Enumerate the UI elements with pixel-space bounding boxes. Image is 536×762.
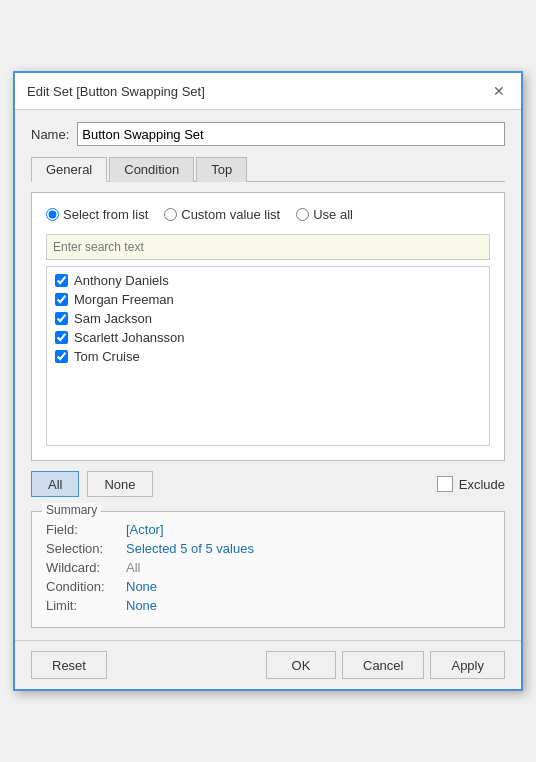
summary-legend: Summary <box>42 503 101 517</box>
wildcard-value: All <box>126 560 140 575</box>
dialog-title: Edit Set [Button Swapping Set] <box>27 84 205 99</box>
tab-condition[interactable]: Condition <box>109 157 194 182</box>
summary-box: Summary Field: [Actor] Selection: Select… <box>31 511 505 628</box>
field-value: [Actor] <box>126 522 164 537</box>
name-row: Name: <box>31 122 505 146</box>
cancel-button[interactable]: Cancel <box>342 651 424 679</box>
list-item[interactable]: Morgan Freeman <box>47 290 489 309</box>
radio-custom-value-list[interactable]: Custom value list <box>164 207 280 222</box>
close-button[interactable]: ✕ <box>489 81 509 101</box>
tabs-bar: General Condition Top <box>31 156 505 182</box>
reset-button[interactable]: Reset <box>31 651 107 679</box>
summary-wildcard-row: Wildcard: All <box>46 560 490 575</box>
selection-key: Selection: <box>46 541 126 556</box>
name-label: Name: <box>31 127 69 142</box>
condition-value: None <box>126 579 157 594</box>
dialog-body: Name: General Condition Top Select from … <box>15 110 521 640</box>
wildcard-key: Wildcard: <box>46 560 126 575</box>
field-key: Field: <box>46 522 126 537</box>
dialog-window: Edit Set [Button Swapping Set] ✕ Name: G… <box>13 71 523 691</box>
selection-value: Selected 5 of 5 values <box>126 541 254 556</box>
exclude-checkbox[interactable] <box>437 476 453 492</box>
radio-use-all[interactable]: Use all <box>296 207 353 222</box>
title-bar: Edit Set [Button Swapping Set] ✕ <box>15 73 521 110</box>
apply-button[interactable]: Apply <box>430 651 505 679</box>
list-item[interactable]: Sam Jackson <box>47 309 489 328</box>
content-panel: Select from list Custom value list Use a… <box>31 192 505 461</box>
all-none-row: All None Exclude <box>31 471 505 497</box>
summary-selection-row: Selection: Selected 5 of 5 values <box>46 541 490 556</box>
none-button[interactable]: None <box>87 471 152 497</box>
footer-buttons: Reset OK Cancel Apply <box>15 640 521 689</box>
all-button[interactable]: All <box>31 471 79 497</box>
exclude-label: Exclude <box>459 477 505 492</box>
summary-condition-row: Condition: None <box>46 579 490 594</box>
list-item[interactable]: Tom Cruise <box>47 347 489 366</box>
name-input[interactable] <box>77 122 505 146</box>
radio-select-from-list[interactable]: Select from list <box>46 207 148 222</box>
ok-button[interactable]: OK <box>266 651 336 679</box>
limit-value: None <box>126 598 157 613</box>
tab-general[interactable]: General <box>31 157 107 182</box>
exclude-area: Exclude <box>437 476 505 492</box>
radio-row: Select from list Custom value list Use a… <box>46 207 490 222</box>
list-container[interactable]: Anthony Daniels Morgan Freeman Sam Jacks… <box>46 266 490 446</box>
list-item[interactable]: Anthony Daniels <box>47 271 489 290</box>
tab-top[interactable]: Top <box>196 157 247 182</box>
summary-limit-row: Limit: None <box>46 598 490 613</box>
limit-key: Limit: <box>46 598 126 613</box>
footer-right: OK Cancel Apply <box>266 651 505 679</box>
search-input[interactable] <box>46 234 490 260</box>
list-item[interactable]: Scarlett Johansson <box>47 328 489 347</box>
condition-key: Condition: <box>46 579 126 594</box>
summary-field-row: Field: [Actor] <box>46 522 490 537</box>
